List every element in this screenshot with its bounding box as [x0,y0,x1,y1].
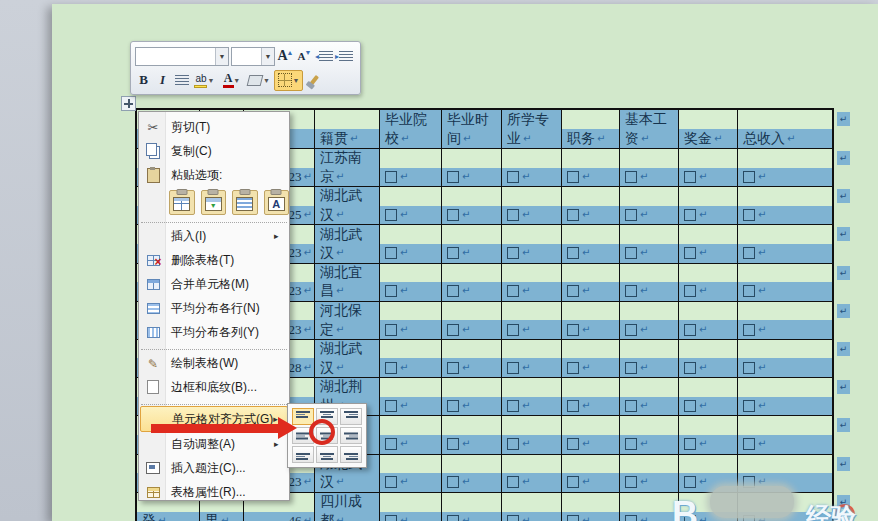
menu-item-draw-table[interactable]: 绘制表格(W) [140,351,288,375]
checkbox-placeholder[interactable] [743,438,755,450]
checkbox-placeholder[interactable] [625,438,637,450]
checkbox-placeholder[interactable] [385,362,397,374]
menu-item-insert-caption[interactable]: 插入题注(C)... [140,456,288,480]
checkbox-placeholder[interactable] [385,400,397,412]
checkbox-placeholder[interactable] [507,438,519,450]
checkbox-placeholder[interactable] [684,438,696,450]
cell-base_salary[interactable]: ↵ [620,455,679,493]
align-bottom-right-button[interactable] [340,446,362,463]
cell-bonus[interactable]: ↵ [679,187,738,225]
cell-base_salary[interactable]: ↵ [620,493,679,521]
checkbox-placeholder[interactable] [385,247,397,259]
checkbox-placeholder[interactable] [507,247,519,259]
checkbox-placeholder[interactable] [743,400,755,412]
cell-major[interactable]: 所学专业↵ [502,110,562,149]
checkbox-placeholder[interactable] [447,209,459,221]
italic-button[interactable]: I [154,71,171,90]
cell-base_salary[interactable]: ↵ [620,416,679,454]
cell-bonus[interactable]: ↵ [679,340,738,378]
menu-item-distribute-rows[interactable]: 平均分布各行(N) [140,296,288,320]
cell-total_income[interactable]: ↵ [738,264,832,302]
cell-position[interactable]: ↵ [562,493,620,521]
align-bottom-center-button[interactable] [316,446,338,463]
cell-grad_time[interactable]: ↵ [442,187,502,225]
menu-item-table-properties[interactable]: 表格属性(R)... [140,480,288,504]
cell-grad_time[interactable]: ↵ [442,378,502,416]
checkbox-placeholder[interactable] [507,285,519,297]
cell-grad_time[interactable]: ↵ [442,416,502,454]
checkbox-placeholder[interactable] [507,324,519,336]
checkbox-placeholder[interactable] [507,171,519,183]
cell-bonus[interactable]: ↵ [679,302,738,340]
highlight-button[interactable]: ab ▼ [192,71,218,90]
checkbox-placeholder[interactable] [684,247,696,259]
menu-item-borders-shading[interactable]: 边框和底纹(B)... [140,375,288,399]
checkbox-placeholder[interactable] [507,209,519,221]
cell-grad_time[interactable]: ↵ [442,340,502,378]
format-painter-button[interactable] [305,71,322,90]
menu-item-paste-options[interactable]: 粘贴选项: [140,163,288,187]
cell-major[interactable]: ↵ [502,378,562,416]
checkbox-placeholder[interactable] [743,247,755,259]
cell-school[interactable]: ↵ [380,264,442,302]
cell-hometown[interactable]: 籍贯↵ [315,110,380,149]
cell-base_salary[interactable]: ↵ [620,378,679,416]
checkbox-placeholder[interactable] [447,171,459,183]
checkbox-placeholder[interactable] [625,476,637,488]
cell-base_salary[interactable]: ↵ [620,187,679,225]
cell-hometown[interactable]: 湖北武汉↵ [315,340,380,378]
cell-position[interactable]: ↵ [562,302,620,340]
checkbox-placeholder[interactable] [447,476,459,488]
borders-button[interactable]: ▼ [274,70,303,91]
checkbox-placeholder[interactable] [507,400,519,412]
checkbox-placeholder[interactable] [447,400,459,412]
cell-bonus[interactable]: 奖金↵ [679,110,738,149]
paste-option-keep-text-only-button[interactable] [264,190,290,215]
checkbox-placeholder[interactable] [385,285,397,297]
cell-bonus[interactable]: ↵ [679,378,738,416]
cell-grad_time[interactable]: 毕业时间↵ [442,110,502,149]
paste-option-keep-source-formatting-button[interactable] [169,190,195,215]
cell-position[interactable]: ↵ [562,455,620,493]
cell-base_salary[interactable]: ↵ [620,302,679,340]
checkbox-placeholder[interactable] [507,476,519,488]
cell-position[interactable]: ↵ [562,416,620,454]
cell-major[interactable]: ↵ [502,455,562,493]
cell-hometown[interactable]: 四川成都↵ [315,493,380,521]
checkbox-placeholder[interactable] [743,209,755,221]
checkbox-placeholder[interactable] [567,515,579,521]
cell-school[interactable]: ↵ [380,416,442,454]
cell-major[interactable]: ↵ [502,340,562,378]
checkbox-placeholder[interactable] [743,285,755,297]
checkbox-placeholder[interactable] [385,515,397,521]
cell-major[interactable]: ↵ [502,149,562,187]
cell-base_salary[interactable]: ↵ [620,340,679,378]
shading-button[interactable]: ▼ [246,71,272,90]
checkbox-placeholder[interactable] [625,362,637,374]
checkbox-placeholder[interactable] [625,209,637,221]
checkbox-placeholder[interactable] [684,476,696,488]
checkbox-placeholder[interactable] [625,515,637,521]
cell-position[interactable]: ↵ [562,340,620,378]
checkbox-placeholder[interactable] [567,438,579,450]
cell-position[interactable]: ↵ [562,187,620,225]
cell-grad_time[interactable]: ↵ [442,264,502,302]
checkbox-placeholder[interactable] [447,515,459,521]
cell-school[interactable]: ↵ [380,340,442,378]
cell-school[interactable]: ↵ [380,149,442,187]
cell-total_income[interactable]: ↵ [738,302,832,340]
increase-indent-button[interactable]: ▸ [335,47,353,66]
cell-base_salary[interactable]: 基本工资↵ [620,110,679,149]
grow-font-button[interactable]: A▲ [277,47,294,66]
font-name-combo[interactable]: ▼ [135,47,229,66]
cell-base_salary[interactable]: ↵ [620,225,679,263]
bold-button[interactable]: B [135,71,152,90]
cell-school[interactable]: ↵ [380,378,442,416]
checkbox-placeholder[interactable] [567,209,579,221]
checkbox-placeholder[interactable] [567,362,579,374]
checkbox-placeholder[interactable] [625,285,637,297]
checkbox-placeholder[interactable] [684,285,696,297]
checkbox-placeholder[interactable] [507,362,519,374]
menu-item-distribute-columns[interactable]: 平均分布各列(Y) [140,320,288,344]
checkbox-placeholder[interactable] [447,362,459,374]
